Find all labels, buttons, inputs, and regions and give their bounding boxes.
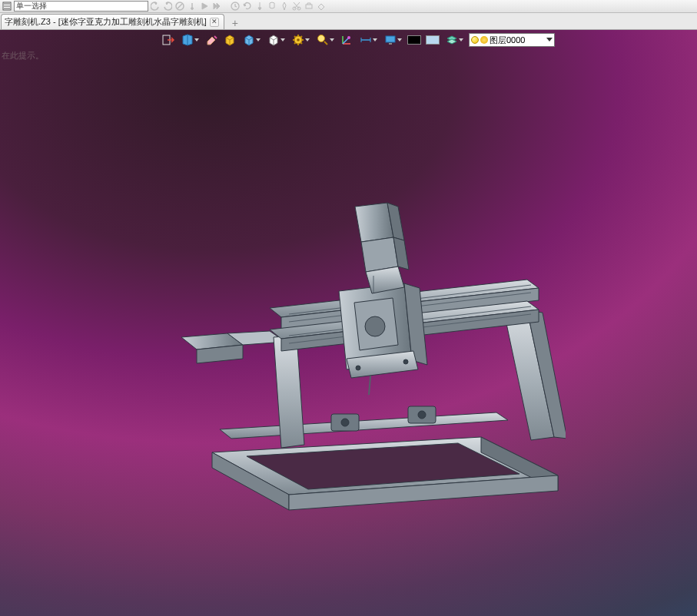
svg-line-21 (300, 43, 302, 45)
svg-rect-10 (306, 5, 312, 8)
svg-marker-50 (504, 310, 554, 440)
color-swatch-lightblue[interactable] (426, 35, 440, 45)
svg-marker-51 (527, 310, 566, 439)
svg-line-56 (289, 285, 531, 314)
svg-marker-72 (366, 267, 404, 293)
svg-marker-70 (361, 237, 398, 272)
svg-marker-68 (355, 203, 393, 242)
monitor-dropdown-icon[interactable] (383, 33, 403, 47)
svg-marker-52 (270, 280, 539, 317)
svg-point-67 (403, 359, 408, 364)
top-toolbar: 单一选择 (0, 0, 697, 13)
book-dropdown-icon[interactable] (180, 33, 200, 47)
viewport-hint-text: 在此提示。 (2, 50, 44, 61)
box-blue-dropdown-icon[interactable] (241, 33, 261, 47)
cnc-model-render (174, 184, 566, 514)
origin-triad: X (297, 466, 366, 494)
zoom-dropdown-icon[interactable] (315, 33, 335, 47)
svg-point-24 (317, 35, 324, 42)
svg-marker-60 (339, 283, 412, 369)
cut-icon[interactable] (291, 1, 302, 12)
tool1-icon[interactable] (304, 1, 314, 12)
sun-icon (480, 36, 488, 44)
svg-marker-45 (220, 412, 508, 439)
selection-mode-value: 单一选择 (16, 1, 47, 12)
svg-marker-36 (345, 472, 350, 479)
dimension-dropdown-icon[interactable] (358, 33, 378, 47)
svg-marker-54 (270, 301, 539, 339)
svg-line-64 (369, 359, 372, 395)
svg-marker-71 (393, 237, 409, 270)
svg-marker-55 (281, 310, 539, 351)
svg-point-39 (310, 475, 314, 480)
document-tab-active[interactable]: 字雕刻机.Z3 - [迷你字亚克力加工雕刻机水晶字雕刻机] ✕ (1, 14, 224, 29)
svg-marker-48 (227, 331, 285, 345)
box-outline-dropdown-icon[interactable] (266, 33, 286, 47)
box-yellow-icon[interactable] (223, 33, 237, 47)
svg-point-76 (341, 419, 349, 426)
tab-add-button[interactable]: + (229, 17, 241, 29)
svg-line-13 (214, 36, 217, 38)
svg-marker-49 (274, 336, 304, 448)
color-swatch-black[interactable] (407, 35, 421, 45)
svg-point-63 (365, 316, 385, 336)
svg-rect-75 (408, 406, 436, 423)
svg-line-25 (324, 41, 327, 45)
axis-x-label: X (357, 472, 361, 480)
svg-point-15 (297, 38, 300, 41)
3d-viewport[interactable]: 图层0000 在此提示。 X (0, 30, 697, 616)
axes-toggle-icon[interactable] (340, 33, 353, 47)
undo-icon[interactable] (150, 1, 161, 12)
svg-line-35 (312, 475, 350, 478)
svg-point-77 (418, 411, 426, 419)
svg-marker-42 (481, 437, 558, 491)
tool2-icon[interactable] (316, 1, 327, 12)
svg-marker-41 (212, 452, 289, 510)
list-icon[interactable] (2, 1, 12, 12)
svg-point-6 (191, 8, 194, 10)
clock-icon[interactable] (230, 1, 241, 12)
svg-marker-47 (197, 345, 243, 363)
svg-line-58 (289, 306, 531, 336)
work-area: 图层0000 在此提示。 X (0, 30, 697, 616)
svg-marker-61 (404, 283, 427, 365)
play-icon[interactable] (199, 1, 210, 12)
svg-line-23 (300, 36, 302, 38)
svg-rect-33 (386, 36, 395, 42)
chevron-down-icon (546, 38, 553, 42)
svg-marker-69 (387, 203, 404, 240)
svg-line-57 (289, 293, 531, 322)
layer-stack-dropdown-icon[interactable] (444, 33, 464, 47)
pin2-icon[interactable] (267, 1, 277, 12)
svg-point-66 (356, 366, 360, 370)
svg-line-5 (178, 4, 182, 8)
pin3-icon[interactable] (279, 1, 290, 12)
svg-marker-44 (247, 443, 519, 489)
svg-rect-34 (389, 43, 392, 45)
lamp-on-icon (471, 36, 479, 44)
dot-icon[interactable] (187, 1, 197, 12)
svg-point-29 (347, 36, 350, 39)
svg-line-28 (343, 38, 348, 44)
svg-marker-40 (212, 437, 558, 495)
svg-line-20 (294, 36, 296, 38)
document-tab-bar: 字雕刻机.Z3 - [迷你字亚克力加工雕刻机水晶字雕刻机] ✕ + (0, 13, 697, 30)
svg-marker-53 (281, 288, 539, 330)
pin1-icon[interactable] (254, 1, 265, 12)
gear-dropdown-icon[interactable] (290, 33, 310, 47)
layer-selector-value: 图层0000 (490, 35, 525, 46)
svg-rect-74 (331, 414, 359, 431)
redo-icon[interactable] (162, 1, 173, 12)
selection-mode-dropdown[interactable]: 单一选择 (14, 1, 148, 12)
exit-icon[interactable] (161, 33, 175, 47)
svg-marker-46 (181, 333, 243, 349)
svg-marker-65 (347, 351, 418, 378)
refresh-icon[interactable] (242, 1, 253, 12)
tab-close-button[interactable]: ✕ (210, 18, 219, 27)
svg-line-22 (294, 43, 296, 45)
fast-forward-icon[interactable] (211, 1, 222, 12)
eraser-icon[interactable] (204, 33, 218, 47)
stop-icon[interactable] (174, 1, 185, 12)
layer-selector[interactable]: 图层0000 (469, 33, 555, 47)
view-utility-toolbar: 图层0000 (161, 32, 592, 48)
